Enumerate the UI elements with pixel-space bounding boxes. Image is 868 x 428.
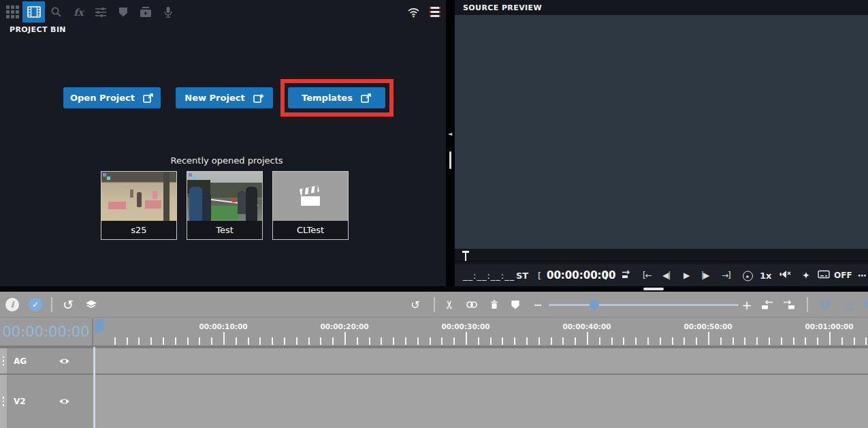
timeline-toolbar: i ✓ ↺ ↺ ✂	[0, 292, 868, 318]
preview-playhead[interactable]	[462, 251, 469, 262]
project-card-test[interactable]: Test	[187, 171, 263, 240]
panel-divider: ◄	[446, 0, 455, 286]
open-project-label: Open Project	[70, 93, 135, 103]
link-glyph	[466, 299, 479, 310]
track-header: AG	[0, 348, 93, 373]
step-back-icon[interactable]: ◀|	[662, 271, 670, 280]
menu-icon[interactable]	[430, 7, 440, 17]
info-icon[interactable]: i	[5, 298, 19, 311]
shield-icon[interactable]	[112, 1, 134, 22]
snap-frame-icon[interactable]: ✦	[802, 270, 810, 281]
track-lane[interactable]	[95, 348, 868, 373]
project-card-cltest[interactable]: CLTest	[272, 171, 349, 240]
zoom-slider-thumb[interactable]	[590, 300, 599, 309]
layers-icon[interactable]	[85, 299, 97, 309]
layers-glyph	[85, 299, 97, 309]
cut-scissors-icon[interactable]: ✂	[445, 298, 454, 311]
divider-drag-handle[interactable]	[449, 151, 451, 169]
track-row-ag: AG	[0, 347, 868, 373]
goto-in-icon[interactable]: [←	[643, 271, 652, 280]
project-thumbnail	[273, 172, 348, 221]
thumb-detail	[189, 187, 202, 221]
thumb-detail	[232, 198, 236, 202]
templates-icon	[361, 93, 372, 103]
history-icon[interactable]: ↺	[411, 298, 419, 311]
insert-right-glyph	[782, 299, 796, 309]
track-visibility-eye-icon[interactable]	[59, 354, 70, 367]
send-to-timeline-icon[interactable]	[620, 270, 632, 281]
effects-fx-icon[interactable]: fx	[67, 1, 90, 22]
preview-timecode[interactable]: 00:00:00:00	[547, 269, 604, 281]
ruler-label: 00:00:50:00	[677, 322, 739, 331]
new-project-label: New Project	[184, 93, 244, 103]
overlay-state[interactable]: OFF	[834, 271, 852, 280]
thumb-detail	[238, 191, 246, 214]
preview-scrub-bar[interactable]	[455, 249, 868, 264]
mark-in-bracket[interactable]: [	[538, 271, 541, 281]
insert-left-icon[interactable]	[760, 299, 774, 309]
project-bin-panel: fx	[0, 0, 446, 286]
zoom-out-icon[interactable]: −	[533, 298, 542, 311]
track-header-separator-line	[93, 347, 95, 428]
clipped-edge-icon[interactable]: ✥	[863, 297, 868, 312]
thumb-detail	[108, 202, 126, 209]
step-forward-icon[interactable]: |▶	[701, 271, 709, 280]
ruler-label: 00:00:10:00	[193, 322, 254, 331]
track-name: AG	[14, 356, 27, 366]
eye-glyph	[59, 357, 70, 365]
project-bin-tab-icon[interactable]	[22, 1, 45, 22]
mark-out-bracket[interactable]: ]	[604, 271, 607, 281]
timeline-ruler[interactable]: 00:00:10:00 00:00:20:00 00:00:30:00 00:0…	[95, 318, 868, 346]
zoom-slider-track[interactable]	[549, 304, 739, 306]
templates-button[interactable]: Templates	[288, 87, 385, 108]
apps-grid-icon[interactable]	[1, 1, 24, 22]
razor-cut-icon[interactable]: ✂	[845, 299, 853, 310]
insert-right-icon[interactable]	[782, 299, 796, 309]
thumb-detail	[193, 177, 196, 180]
wifi-glyph	[407, 7, 420, 18]
zoom-in-icon[interactable]: +	[741, 297, 752, 311]
track-lane[interactable]	[95, 375, 868, 428]
delete-trash-icon[interactable]	[489, 299, 500, 310]
source-timecode-placeholder[interactable]: __:__:__:__	[463, 271, 515, 281]
panel-title: PROJECT BIN	[10, 25, 66, 34]
snap-magnet-icon[interactable]	[819, 299, 831, 311]
undo-icon[interactable]: ↺	[63, 297, 74, 312]
scissors-glyph: ✂	[443, 299, 456, 309]
overlay-display-icon[interactable]	[818, 270, 830, 281]
tune-sliders-icon[interactable]	[89, 1, 112, 22]
more-options-icon[interactable]: ⋯	[858, 271, 867, 281]
project-name: CLTest	[273, 221, 348, 239]
collapse-left-icon[interactable]: ◄	[448, 131, 452, 137]
horizontal-drag-handle[interactable]	[643, 288, 664, 290]
ruler-label: 00:01:00:00	[799, 322, 860, 331]
source-preview-header: SOURCE PREVIEW	[455, 0, 868, 15]
timeline-zoom-slider[interactable]	[549, 300, 739, 309]
toolbar-divider	[51, 297, 52, 312]
project-card-s25[interactable]: s25	[101, 171, 177, 240]
track-visibility-eye-icon[interactable]	[59, 395, 70, 408]
track-name: V2	[14, 397, 26, 406]
st-toggle[interactable]: ST	[516, 271, 528, 281]
play-icon[interactable]: ▶	[684, 271, 689, 280]
search-icon[interactable]	[45, 1, 67, 22]
thumb-detail	[163, 172, 170, 221]
speed-value[interactable]: 1x	[760, 271, 771, 281]
microphone-icon[interactable]	[157, 1, 179, 22]
media-box-icon[interactable]	[134, 1, 157, 22]
open-project-button[interactable]: Open Project	[63, 87, 161, 108]
razor-glyph: ✂	[845, 299, 853, 310]
track-drag-handle[interactable]	[0, 375, 7, 428]
timeline-ruler-row: 00:00:00:00 00:00:10:00 00:00:20:00 00:0…	[0, 318, 868, 347]
playback-speed-icon[interactable]: ▸	[743, 270, 753, 281]
marker-flag-icon[interactable]	[511, 299, 521, 310]
apps-grid-glyph	[6, 5, 19, 18]
mute-icon[interactable]	[779, 270, 792, 281]
link-icon[interactable]	[466, 299, 479, 310]
thumb-detail	[246, 187, 257, 221]
timeline-playhead[interactable]	[95, 320, 103, 334]
goto-out-icon[interactable]: →]	[722, 271, 730, 280]
new-project-button[interactable]: New Project	[176, 87, 273, 108]
track-drag-handle[interactable]	[0, 348, 7, 373]
approve-check-icon[interactable]: ✓	[29, 298, 42, 311]
